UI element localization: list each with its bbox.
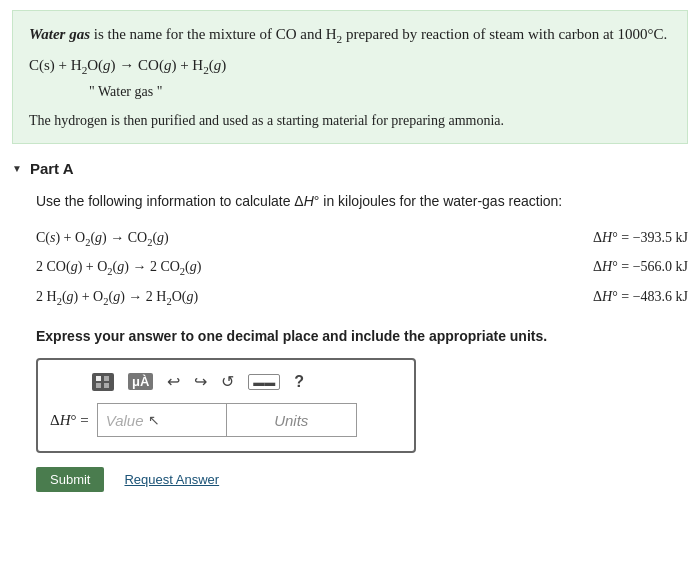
value-input[interactable]: Value ↖	[97, 403, 227, 437]
matrix-button[interactable]	[90, 371, 116, 393]
part-label: Part A	[30, 160, 74, 177]
input-container: μÀ ↩ ↪ ↺ ▬▬ ? ΔH° =	[36, 358, 416, 453]
units-box[interactable]: Units	[227, 403, 357, 437]
value-placeholder: Value	[106, 412, 144, 429]
delta-h-label: ΔH° =	[50, 412, 89, 429]
intro-box: Water gas is the name for the mixture of…	[12, 10, 688, 144]
intro-line: Water gas is the name for the mixture of…	[29, 23, 671, 48]
svg-rect-3	[104, 383, 109, 388]
refresh-button[interactable]: ↺	[219, 370, 236, 393]
keyboard-button[interactable]: ▬▬	[246, 372, 282, 392]
keyboard-icon: ▬▬	[248, 374, 280, 390]
refresh-icon: ↺	[221, 372, 234, 391]
delta-h-val-2: ΔH° = −566.0 kJ	[593, 255, 688, 281]
mu-icon: μÀ	[128, 373, 153, 390]
intro-desc1: is the name for the mixture of CO and H2…	[90, 26, 667, 42]
question-text: Use the following information to calcula…	[36, 191, 688, 212]
redo-icon: ↪	[194, 372, 207, 391]
purification-text: The hydrogen is then purified and used a…	[29, 110, 671, 131]
svg-rect-1	[104, 376, 109, 381]
reaction-eq-1: C(s) + O2(g) → CO2(g)	[36, 226, 553, 252]
delta-h-val-3: ΔH° = −483.6 kJ	[593, 285, 688, 311]
request-answer-link[interactable]: Request Answer	[124, 472, 219, 487]
submit-button[interactable]: Submit	[36, 467, 104, 492]
undo-icon: ↩	[167, 372, 180, 391]
undo-button[interactable]: ↩	[165, 370, 182, 393]
svg-rect-0	[96, 376, 101, 381]
express-instruction: Express your answer to one decimal place…	[36, 327, 688, 347]
main-equation: C(s) + H2O(g) → CO(g) + H2(g)	[29, 54, 671, 79]
matrix-icon	[92, 373, 114, 391]
footer-row: Submit Request Answer	[36, 467, 688, 492]
answer-row: ΔH° = Value ↖ Units	[50, 403, 402, 437]
reactions-grid: C(s) + O2(g) → CO2(g) ΔH° = −393.5 kJ 2 …	[36, 226, 688, 311]
water-gas-term: Water gas	[29, 26, 90, 42]
delta-h-val-1: ΔH° = −393.5 kJ	[593, 226, 688, 252]
part-header: ▼ Part A	[12, 160, 688, 177]
part-section: ▼ Part A Use the following information t…	[12, 160, 688, 493]
redo-button[interactable]: ↪	[192, 370, 209, 393]
help-icon: ?	[294, 373, 304, 391]
water-gas-quote: " Water gas "	[89, 81, 671, 102]
toolbar: μÀ ↩ ↪ ↺ ▬▬ ?	[50, 370, 402, 393]
reaction-eq-3: 2 H2(g) + O2(g) → 2 H2O(g)	[36, 285, 553, 311]
collapse-triangle-icon[interactable]: ▼	[12, 163, 22, 174]
cursor-icon: ↖	[148, 412, 160, 428]
svg-rect-2	[96, 383, 101, 388]
units-label: Units	[274, 412, 308, 429]
help-button[interactable]: ?	[292, 371, 306, 393]
mu-button[interactable]: μÀ	[126, 371, 155, 392]
question-body: Use the following information to calcula…	[36, 191, 688, 493]
reaction-eq-2: 2 CO(g) + O2(g) → 2 CO2(g)	[36, 255, 553, 281]
